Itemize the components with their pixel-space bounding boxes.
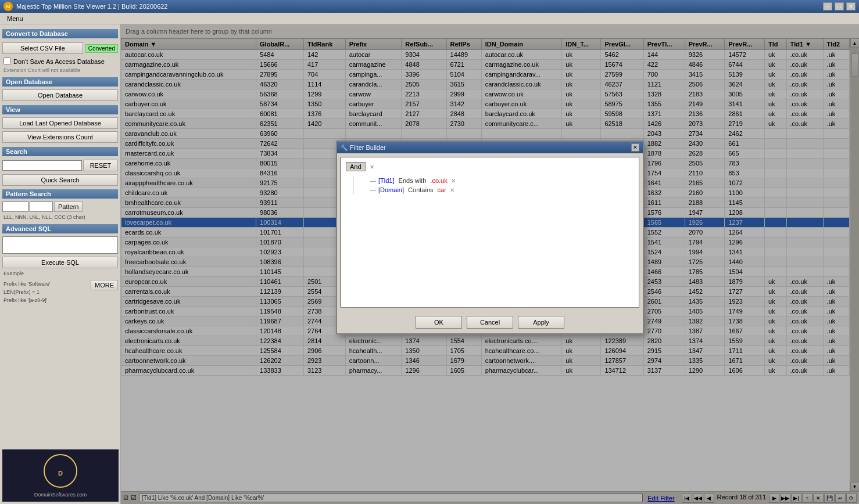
pattern-hint: LLL, NNN, LNL, NLL, CCC (3 char): [2, 214, 118, 221]
logo: D DomainSoftwares.com: [2, 449, 119, 502]
dialog-apply-button[interactable]: Apply: [518, 316, 564, 329]
dialog-overlay: 🔧 Filter Builder ✕ And ✕ — [Tld1]: [121, 24, 859, 504]
filter-space-4: [435, 186, 436, 193]
filter-and-tag[interactable]: And: [346, 162, 366, 171]
dont-save-checkbox[interactable]: [3, 57, 11, 65]
view-extensions-button[interactable]: View Extensions Count: [2, 131, 118, 143]
dialog-ok-button[interactable]: OK: [416, 316, 462, 329]
execute-sql-button[interactable]: Execute SQL: [2, 257, 118, 268]
pattern-row: .co.uk Pattern: [2, 201, 118, 212]
filter-dot-2: —: [370, 186, 376, 193]
pattern-ext-input[interactable]: .co.uk: [30, 201, 53, 212]
view-section-header: View: [2, 105, 118, 114]
search-input[interactable]: [2, 160, 82, 171]
filter-space-2: [427, 177, 429, 184]
filter-field-1[interactable]: [Tld1]: [378, 177, 395, 184]
dont-save-row: Don't Save As Access Database: [2, 57, 118, 66]
filter-space-1: [396, 177, 398, 184]
content-area: Drag a column header here to group by th…: [121, 24, 859, 504]
filter-and-x[interactable]: ✕: [370, 164, 374, 170]
dialog-title: 🔧 Filter Builder: [341, 144, 386, 151]
titlebar-controls: − □ ✕: [823, 2, 856, 10]
filter-x-1[interactable]: ✕: [451, 178, 456, 184]
filter-tree: — [Tld1] Ends with .co.uk ✕ — [Domain]: [353, 176, 634, 195]
quick-search-button[interactable]: Quick Search: [2, 174, 118, 186]
minimize-button[interactable]: −: [823, 2, 832, 10]
search-section-header: Search: [2, 147, 118, 156]
filter-val-1: .co.uk: [430, 177, 447, 184]
dialog-body: And ✕ — [Tld1] Ends with .co.uk ✕: [341, 157, 639, 308]
close-button[interactable]: ✕: [846, 2, 856, 10]
titlebar-title: Majestic Top Million Site Viewer 1.2 | B…: [16, 3, 168, 10]
example-line-3: Prefix like '[a-z0-9]': [2, 296, 51, 304]
example-lines: Prefix like 'Software' LEN(Prefix) = 1 P…: [2, 280, 51, 304]
example-line-2: LEN(Prefix) = 1: [2, 288, 51, 296]
dialog-title-text: Filter Builder: [350, 144, 386, 151]
extension-note: Extension Court will not available: [2, 67, 118, 74]
example-header: Example: [2, 269, 118, 278]
example-line-1: Prefix like 'Software': [2, 280, 51, 288]
dialog-cancel-button[interactable]: Cancel: [467, 316, 513, 329]
filter-dialog: 🔧 Filter Builder ✕ And ✕ — [Tld1]: [336, 141, 644, 334]
dialog-close-button[interactable]: ✕: [631, 143, 639, 152]
filter-val-2: car: [438, 186, 446, 193]
open-section-header: Open Database: [2, 77, 118, 87]
converted-badge: Converted: [85, 44, 118, 53]
dialog-icon: 🔧: [341, 145, 348, 151]
dialog-footer: OK Cancel Apply: [337, 311, 643, 333]
convert-section-header: Convert to Database: [2, 29, 118, 38]
filter-space-3: [405, 186, 407, 193]
svg-text:D: D: [58, 470, 63, 477]
reset-button[interactable]: RESET: [83, 160, 118, 171]
pattern-main-input[interactable]: [2, 201, 28, 212]
titlebar: M Majestic Top Million Site Viewer 1.2 |…: [0, 0, 859, 13]
open-database-button[interactable]: Open Database: [2, 89, 118, 101]
sql-input[interactable]: [2, 236, 118, 254]
filter-op-1: Ends with: [399, 177, 427, 184]
filter-dot-1: —: [370, 177, 376, 184]
select-csv-button[interactable]: Select CSV File: [2, 42, 83, 54]
dont-save-label: Don't Save As Access Database: [13, 58, 105, 65]
menubar: Menu: [0, 13, 859, 24]
filter-op-2: Contains: [408, 186, 433, 193]
adv-sql-section-header: Advanced SQL: [2, 224, 118, 233]
main-layout: Convert to Database Select CSV File Conv…: [0, 24, 859, 504]
maximize-button[interactable]: □: [835, 2, 844, 10]
dialog-titlebar: 🔧 Filter Builder ✕: [337, 142, 643, 153]
filter-condition-2: — [Domain] Contains car ✕: [358, 185, 634, 195]
menu-item-menu[interactable]: Menu: [2, 14, 28, 23]
app-icon: M: [3, 2, 13, 11]
filter-condition-1: — [Tld1] Ends with .co.uk ✕: [358, 176, 634, 185]
sidebar: Convert to Database Select CSV File Conv…: [0, 24, 121, 504]
pattern-section-header: Pattern Search: [2, 189, 118, 199]
more-button[interactable]: MORE: [91, 280, 118, 290]
load-last-button[interactable]: Load Last Opened Database: [2, 117, 118, 129]
pattern-button[interactable]: Pattern: [54, 201, 83, 212]
filter-x-2[interactable]: ✕: [450, 187, 454, 193]
logo-text: DomainSoftwares.com: [34, 492, 87, 498]
filter-field-2[interactable]: [Domain]: [378, 186, 404, 193]
